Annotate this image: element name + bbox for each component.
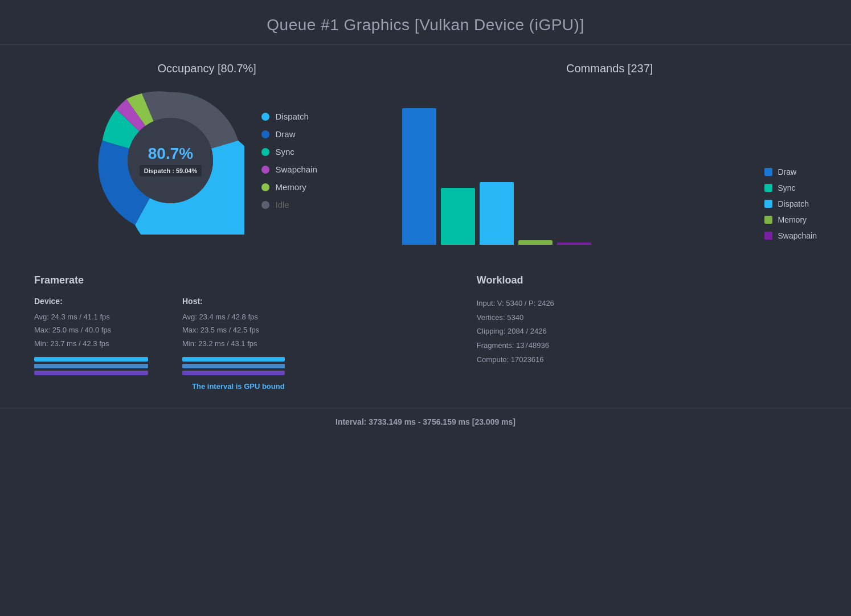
commands-panel: Commands [237] DrawSyncDispatchMemorySwa… [402,62,817,246]
donut-percent: 80.7% [148,145,193,163]
device-bar-3 [34,371,148,375]
framerate-cols: Device: Avg: 24.3 ms / 41.1 fps Max: 25.… [34,297,443,375]
legend-dot [261,201,269,209]
workload-line: Fragments: 13748936 [477,341,549,350]
commands-legend-item: Draw [764,167,817,176]
workload-title: Workload [477,274,817,286]
commands-legend-square [764,232,772,240]
framerate-title: Framerate [34,274,443,286]
device-header: Device: [34,297,148,306]
framerate-host-col: Host: Avg: 23.4 ms / 42.8 fps Max: 23.5 … [182,297,285,375]
donut-center: 80.7% Dispatch : 59.04% [128,118,213,203]
chart-bar [402,108,436,245]
chart-bar [480,182,514,245]
bar-group [441,87,475,245]
legend-dot [261,130,269,138]
interval-text: Interval: 3733.149 ms - 3756.159 ms [23.… [336,417,515,438]
device-bar-2 [34,364,148,368]
legend-label: Draw [275,129,295,139]
device-min: Min: 23.7 ms / 42.3 fps [34,339,109,348]
workload-line: Input: V: 5340 / P: 2426 [477,299,554,307]
workload-panel: Workload Input: V: 5340 / P: 2426Vertice… [477,274,817,391]
title-divider [0,44,851,45]
top-section: Occupancy [80.7%] [0,62,851,246]
bar-group [480,87,514,245]
chart-bar [441,188,475,245]
legend-item: Idle [261,200,317,210]
legend-label: Idle [275,200,289,210]
chart-bar [518,240,553,245]
gpu-bound-label: The interval is GPU bound [34,382,443,391]
legend-dot [261,113,269,121]
page-title: Queue #1 Graphics [Vulkan Device (iGPU)] [267,0,584,44]
bottom-section: Framerate Device: Avg: 24.3 ms / 41.1 fp… [0,274,851,391]
host-bar-3 [182,371,285,375]
legend-label: Dispatch [275,112,308,121]
workload-line: Clipping: 2084 / 2426 [477,327,547,335]
chart-bar [557,243,591,245]
commands-legend-label: Swapchain [778,231,817,240]
legend-label: Sync [275,147,294,157]
host-bar-2 [182,364,285,368]
device-avg: Avg: 24.3 ms / 41.1 fps [34,313,110,321]
occupancy-panel: Occupancy [80.7%] [34,62,379,246]
commands-legend-label: Dispatch [778,199,809,208]
workload-lines: Input: V: 5340 / P: 2426Vertices: 5340Cl… [477,297,817,367]
workload-line: Vertices: 5340 [477,313,523,322]
host-header: Host: [182,297,285,306]
host-min: Min: 23.2 ms / 43.1 fps [182,339,257,348]
commands-legend-item: Swapchain [764,231,817,240]
commands-legend: DrawSyncDispatchMemorySwapchain [764,167,817,246]
device-bar-visual [34,357,148,375]
legend-label: Memory [275,182,306,192]
device-bar-1 [34,357,148,362]
donut-tooltip: Dispatch : 59.04% [140,165,202,176]
host-bar-visual [182,357,285,375]
commands-legend-item: Sync [764,183,817,192]
commands-legend-square [764,200,772,208]
commands-legend-item: Memory [764,215,817,224]
commands-legend-square [764,184,772,192]
commands-legend-label: Draw [778,167,797,176]
framerate-panel: Framerate Device: Avg: 24.3 ms / 41.1 fp… [34,274,443,391]
framerate-device-col: Device: Avg: 24.3 ms / 41.1 fps Max: 25.… [34,297,148,375]
commands-legend-item: Dispatch [764,199,817,208]
workload-line: Compute: 17023616 [477,355,544,364]
bar-group [557,87,591,245]
occupancy-legend: DispatchDrawSyncSwapchainMemoryIdle [261,112,317,210]
host-bar-1 [182,357,285,362]
legend-dot [261,183,269,191]
commands-title: Commands [237] [566,62,653,75]
host-avg: Avg: 23.4 ms / 42.8 fps [182,313,258,321]
legend-dot [261,166,269,174]
device-max: Max: 25.0 ms / 40.0 fps [34,326,111,334]
occupancy-title: Occupancy [80.7%] [157,62,256,75]
legend-item: Draw [261,129,317,139]
legend-item: Memory [261,182,317,192]
bar-group [402,87,436,245]
bar-group [518,87,553,245]
legend-item: Swapchain [261,165,317,174]
donut-chart: 80.7% Dispatch : 59.04% [96,87,244,235]
legend-label: Swapchain [275,165,317,174]
commands-content: DrawSyncDispatchMemorySwapchain [402,87,817,246]
bar-chart [402,87,747,246]
commands-legend-label: Memory [778,215,807,224]
host-max: Max: 23.5 ms / 42.5 fps [182,326,259,334]
legend-dot [261,148,269,156]
interval-divider [0,408,851,408]
commands-legend-square [764,168,772,176]
commands-legend-square [764,216,772,224]
legend-item: Sync [261,147,317,157]
occupancy-content: 80.7% Dispatch : 59.04% DispatchDrawSync… [96,87,317,235]
legend-item: Dispatch [261,112,317,121]
commands-legend-label: Sync [778,183,796,192]
